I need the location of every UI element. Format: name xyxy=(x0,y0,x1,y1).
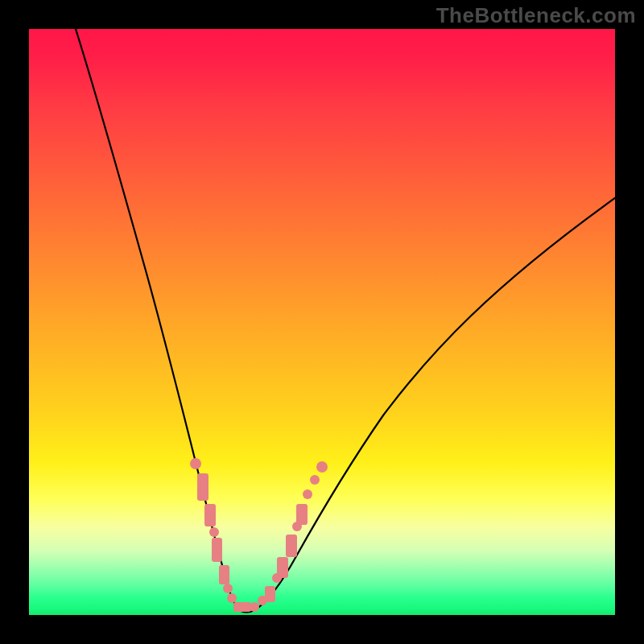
watermark-text: TheBottleneck.com xyxy=(436,3,636,28)
curve-svg xyxy=(29,29,615,615)
svg-point-19 xyxy=(316,461,328,473)
svg-point-17 xyxy=(303,489,312,499)
svg-point-3 xyxy=(209,527,219,537)
svg-point-0 xyxy=(190,458,201,469)
svg-rect-1 xyxy=(197,473,208,501)
bottleneck-curve xyxy=(76,29,615,612)
plot-area xyxy=(29,29,615,615)
svg-rect-8 xyxy=(233,602,251,612)
svg-rect-16 xyxy=(296,504,308,525)
svg-point-9 xyxy=(250,602,259,612)
svg-rect-13 xyxy=(277,557,288,578)
svg-rect-2 xyxy=(204,504,216,526)
svg-point-7 xyxy=(227,593,237,603)
curve-dots xyxy=(190,458,328,612)
svg-point-18 xyxy=(310,475,320,485)
chart-frame: TheBottleneck.com xyxy=(0,0,644,644)
svg-rect-14 xyxy=(286,535,297,557)
svg-point-6 xyxy=(223,584,233,593)
svg-rect-4 xyxy=(212,538,222,562)
svg-rect-5 xyxy=(219,565,229,584)
svg-rect-11 xyxy=(265,586,275,602)
